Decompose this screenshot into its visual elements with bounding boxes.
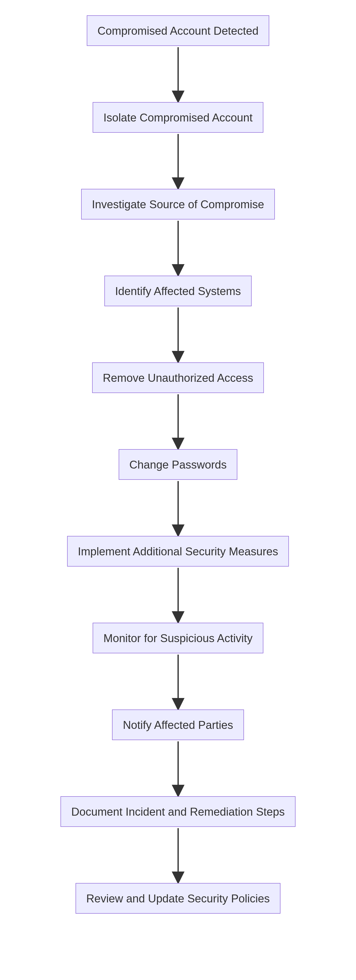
edge-arrow [0,480,356,536]
node-document-incident: Document Incident and Remediation Steps [60,796,296,827]
edge-arrow [0,653,356,710]
edge-arrow [0,46,356,102]
node-remove-unauthorized-access: Remove Unauthorized Access [92,363,264,393]
edge-arrow [0,566,356,623]
edge-arrow [0,220,356,275]
edge-arrow [0,133,356,189]
flowchart-stage: Compromised Account Detected Isolate Com… [0,0,356,929]
node-implement-additional-security: Implement Additional Security Measures [67,536,289,566]
node-notify-affected-parties: Notify Affected Parties [112,710,244,740]
node-identify-affected-systems: Identify Affected Systems [104,275,252,306]
node-change-passwords: Change Passwords [119,449,238,480]
node-review-update-policies: Review and Update Security Policies [76,883,280,914]
node-investigate-source: Investigate Source of Compromise [81,189,275,220]
node-isolate-compromised-account: Isolate Compromised Account [93,102,263,133]
edge-arrow [0,306,356,363]
node-monitor-suspicious-activity: Monitor for Suspicious Activity [93,623,263,653]
edge-arrow [0,393,356,449]
node-compromised-account-detected: Compromised Account Detected [87,15,269,46]
edge-arrow [0,740,356,796]
edge-arrow [0,827,356,883]
